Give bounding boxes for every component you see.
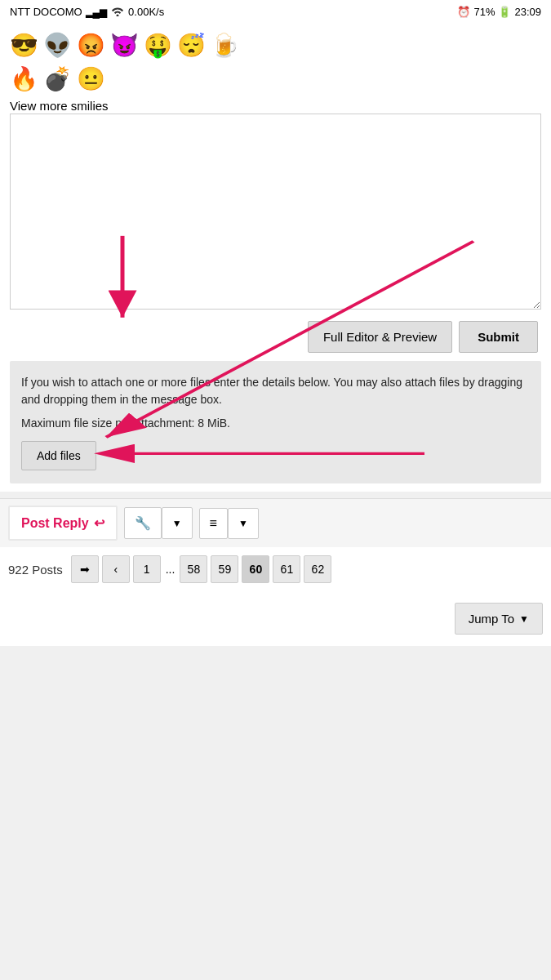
page-62-label: 62 [312, 563, 325, 576]
emoji-money[interactable]: 🤑 [144, 32, 172, 59]
wrench-icon: 🔧 [135, 515, 151, 531]
status-right: ⏰ 71% 🔋 23:09 [457, 6, 541, 18]
prev-icon: ‹ [113, 563, 118, 576]
emoji-devil[interactable]: 😈 [110, 32, 139, 59]
page-59-button[interactable]: 59 [211, 555, 238, 583]
page-62-button[interactable]: 62 [304, 555, 331, 583]
status-bar: NTT DOCOMO ▂▄▆ 0.00K/s ⏰ 71% 🔋 23:09 [0, 0, 551, 24]
page-61-label: 61 [281, 563, 294, 576]
page-61-button[interactable]: 61 [273, 555, 300, 583]
add-files-button[interactable]: Add files [21, 441, 96, 470]
sort-dropdown-button[interactable]: ▼ [228, 508, 259, 539]
page-58-button[interactable]: 58 [180, 555, 207, 583]
emoji-fire[interactable]: 🔥 [10, 65, 38, 92]
bottom-toolbar: Post Reply ↩ 🔧 ▼ ≡ ▼ [0, 498, 551, 547]
network-speed: 0.00K/s [128, 6, 164, 18]
jump-to-dropdown-icon: ▼ [519, 613, 529, 625]
sort-dropdown-icon: ▼ [238, 518, 248, 529]
time-display: 23:09 [514, 6, 541, 18]
attachment-max-size: Maximum file size per attachment: 8 MiB. [21, 416, 530, 430]
prev-page-button[interactable]: ‹ [102, 555, 130, 583]
emoji-sleeping[interactable]: 😴 [177, 32, 206, 59]
view-more-smilies-link[interactable]: View more smilies [10, 99, 109, 113]
attachment-section: If you wish to attach one or more files … [10, 361, 541, 483]
wifi-icon [110, 5, 125, 19]
post-reply-button[interactable]: Post Reply ↩ [8, 506, 118, 541]
page-58-label: 58 [188, 563, 201, 576]
ellipsis: ... [164, 563, 177, 576]
wrench-dropdown-button[interactable]: ▼ [162, 507, 193, 539]
sort-button[interactable]: ≡ [199, 508, 228, 539]
status-left: NTT DOCOMO ▂▄▆ 0.00K/s [10, 5, 164, 19]
page-60-button[interactable]: 60 [242, 555, 269, 583]
alarm-icon: ⏰ [457, 6, 470, 18]
editor-buttons-row: Full Editor & Preview Submit [10, 321, 541, 353]
emoji-row-1: 😎 👽 😡 😈 🤑 😴 🍺 [10, 32, 541, 59]
battery-text: 71% [473, 6, 495, 18]
sort-group: ≡ ▼ [199, 508, 259, 539]
post-reply-label: Post Reply [21, 516, 89, 531]
wrench-button[interactable]: 🔧 [124, 507, 162, 539]
jump-to-label: Jump To [469, 612, 514, 626]
jump-to-button[interactable]: Jump To ▼ [455, 603, 543, 635]
attachment-info-text: If you wish to attach one or more files … [21, 374, 530, 408]
jump-to-bar: Jump To ▼ [0, 591, 551, 646]
posts-count: 922 Posts [8, 563, 63, 577]
battery-icon: 🔋 [498, 6, 511, 18]
post-reply-icon: ↩ [94, 515, 104, 531]
page-59-label: 59 [219, 563, 232, 576]
page-1-button[interactable]: 1 [133, 555, 161, 583]
signal-icon: ▂▄▆ [86, 7, 108, 18]
page-1-label: 1 [144, 563, 150, 576]
full-editor-preview-button[interactable]: Full Editor & Preview [308, 321, 452, 353]
wrench-dropdown-icon: ▼ [172, 518, 182, 529]
emoji-angry[interactable]: 😡 [77, 32, 105, 59]
main-content: 😎 👽 😡 😈 🤑 😴 🍺 🔥 💣 😐 View more smilies Fu… [0, 24, 551, 492]
wrench-group: 🔧 ▼ [124, 507, 193, 539]
message-textarea[interactable] [10, 114, 541, 310]
carrier-text: NTT DOCOMO [10, 6, 82, 18]
sort-icon: ≡ [210, 516, 217, 531]
submit-button[interactable]: Submit [459, 321, 538, 353]
goto-first-button[interactable]: ➡ [71, 555, 99, 583]
emoji-alien[interactable]: 👽 [43, 32, 72, 59]
emoji-neutral[interactable]: 😐 [77, 65, 105, 92]
emoji-sunglasses[interactable]: 😎 [10, 32, 38, 59]
page-60-label: 60 [250, 563, 263, 576]
pagination-bar: 922 Posts ➡ ‹ 1 ... 58 59 60 61 62 [0, 547, 551, 591]
goto-icon: ➡ [80, 563, 90, 576]
emoji-bomb[interactable]: 💣 [43, 65, 72, 92]
emoji-row-2: 🔥 💣 😐 [10, 65, 541, 92]
emoji-beer[interactable]: 🍺 [211, 32, 239, 59]
